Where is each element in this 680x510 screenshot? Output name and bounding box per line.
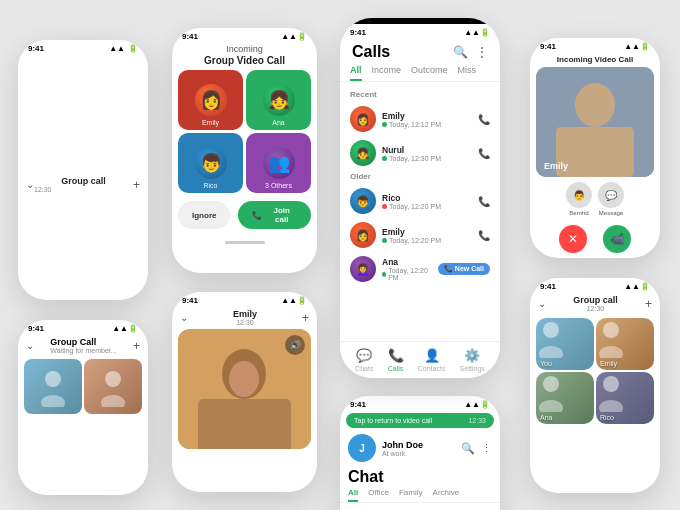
nav-calls[interactable]: 📞 Calls	[388, 348, 404, 372]
svg-point-25	[603, 376, 619, 392]
caller-grid: 👩 Emily 👧 Ana 👦 Rico 👥 3 Others	[172, 70, 317, 193]
tap-to-return-banner[interactable]: Tap to return to video call 12:33	[346, 413, 494, 428]
chat-tab-archive[interactable]: Archive	[433, 488, 460, 502]
chat-tabs: All Office Family Archive	[340, 488, 500, 503]
search-chat-icon[interactable]: 🔍	[461, 442, 475, 455]
incoming-video-label: Incoming Video Call	[530, 53, 660, 67]
chevron-down-icon-7[interactable]: ⌄	[26, 340, 34, 351]
call-time-ana: Today, 12:20 PM	[382, 267, 432, 281]
phone-icon-1[interactable]: 📞	[478, 114, 490, 125]
time-5: 9:41	[182, 296, 198, 305]
video-grid-2: You Emily Ana Rico	[530, 316, 660, 426]
status-bar-7: 9:41 ▲▲🔋	[18, 320, 148, 335]
chat-tab-all[interactable]: All	[348, 488, 358, 502]
new-call-badge[interactable]: 📞 New Call	[438, 263, 490, 275]
time-2: 9:41	[182, 32, 198, 41]
svg-point-15	[45, 371, 61, 387]
time-1: 9:41	[28, 44, 44, 53]
caller-others: 👥 3 Others	[246, 133, 311, 193]
status-bar-8: 9:41 ▲▲🔋	[530, 278, 660, 293]
svg-point-19	[543, 322, 559, 338]
avatar-ana: 👩‍🦱	[350, 256, 376, 282]
time-8: 9:41	[540, 282, 556, 291]
avatar-nurul: 👧	[350, 140, 376, 166]
phone-icon-3[interactable]: 📞	[478, 196, 490, 207]
time-7: 9:41	[28, 324, 44, 333]
time-4: 9:41	[540, 42, 556, 51]
settings-nav-icon: ⚙️	[464, 348, 480, 363]
chevron-down-icon-8[interactable]: ⌄	[538, 298, 546, 309]
chat-tab-office[interactable]: Office	[368, 488, 389, 502]
svg-point-9	[575, 83, 615, 127]
chat-profile: J John Doe At work 🔍 ⋮	[340, 430, 500, 466]
svg-point-26	[599, 400, 623, 412]
join-call-btn[interactable]: 📞 Join call	[238, 201, 311, 229]
home-indicator	[225, 241, 265, 244]
nav-settings[interactable]: ⚙️ Settings	[460, 348, 485, 372]
tab-all[interactable]: All	[350, 65, 362, 81]
caller-ana: 👧 Ana	[246, 70, 311, 130]
chevron-down-icon[interactable]: ⌄	[26, 179, 34, 190]
avatar-emily-2: 👩	[350, 222, 376, 248]
add-icon[interactable]: +	[133, 178, 140, 192]
phone-group-call-waiting: 9:41 ▲▲🔋 ⌄ Group Call Waiting for member…	[18, 320, 148, 495]
svg-point-16	[41, 395, 65, 407]
video-cell-you-2: You	[536, 318, 594, 370]
search-icon[interactable]: 🔍	[453, 45, 468, 59]
tab-miss[interactable]: Miss	[458, 65, 477, 81]
video-preview: Emily	[536, 67, 654, 177]
chevron-down-icon-5[interactable]: ⌄	[180, 312, 188, 323]
tab-income[interactable]: Income	[372, 65, 402, 81]
calls-title: Calls	[352, 43, 390, 61]
accept-video-call-btn[interactable]: 📹	[603, 225, 631, 253]
emily-call-time: 12:30	[233, 319, 257, 326]
phone-icon-2[interactable]: 📞	[478, 148, 490, 159]
time-3: 9:41	[350, 28, 366, 37]
call-item-ana: 👩‍🦱 Ana Today, 12:20 PM 📞 New Call	[340, 252, 500, 286]
nav-contacts[interactable]: 👤 Contacts	[418, 348, 446, 372]
call-time-nurul: Today, 12:30 PM	[382, 155, 472, 162]
video-call-controls: ✕ 📹	[530, 221, 660, 257]
svg-point-21	[603, 322, 619, 338]
caller-rico: 👦 Rico	[178, 133, 243, 193]
tab-outcome[interactable]: Outcome	[411, 65, 448, 81]
video-cell-emily-2: Emily	[596, 318, 654, 370]
phone-icon-4[interactable]: 📞	[478, 230, 490, 241]
add-icon-8[interactable]: +	[645, 297, 652, 311]
group-call-2-time: 12:30	[573, 305, 618, 312]
end-video-call-btn[interactable]: ✕	[559, 225, 587, 253]
caller-name-rico: Rico	[382, 193, 472, 203]
add-icon-7[interactable]: +	[133, 339, 140, 353]
phone-incoming-video: 9:41 ▲▲🔋 Incoming Video Call Emily 👨 Ber…	[530, 38, 660, 258]
chat-contact-name: John Doe	[382, 440, 423, 450]
group-video-call-label: Group Video Call	[172, 55, 317, 70]
call-action-buttons: Ignore 📞 Join call	[172, 193, 317, 237]
add-icon-5[interactable]: +	[302, 311, 309, 325]
time-6: 9:41	[350, 400, 366, 409]
chat-tab-family[interactable]: Family	[399, 488, 423, 502]
group-call-waiting-subtitle: Waiting for member...	[50, 347, 116, 354]
more-options-icon[interactable]: ⋮	[476, 45, 488, 59]
calls-tabs: All Income Outcome Miss	[340, 65, 500, 82]
video-cell-rico-2: Rico	[596, 372, 654, 424]
chat-nav-icon: 💬	[356, 348, 372, 363]
more-chat-icon[interactable]: ⋮	[481, 442, 492, 455]
ignore-btn[interactable]: Ignore	[178, 201, 230, 229]
group-call-2-title: Group call	[573, 295, 618, 305]
svg-point-17	[105, 371, 121, 387]
caller-emily: 👩 Emily	[178, 70, 243, 130]
calls-nav-icon: 📞	[388, 348, 404, 363]
svg-point-20	[539, 346, 563, 358]
phone-calls-list: 9:41 ▲▲🔋 Calls 🔍 ⋮ All Income Outcome Mi…	[340, 18, 500, 378]
nav-chats[interactable]: 💬 Chats	[355, 348, 373, 372]
sound-toggle-btn[interactable]: 🔊	[285, 335, 305, 355]
section-older: Older	[340, 170, 500, 184]
call-time-emily-1: Today, 12:12 PM	[382, 121, 472, 128]
call-item-nurul: 👧 Nurul Today, 12:30 PM 📞	[340, 136, 500, 170]
incoming-label: Incoming	[172, 43, 317, 55]
contacts-nav-icon: 👤	[424, 348, 440, 363]
emily-video-bg: 🔊	[178, 329, 311, 449]
status-bar-5: 9:41 ▲▲🔋	[172, 292, 317, 307]
chat-contact-status: At work	[382, 450, 423, 457]
avatar-emily-1: 👩	[350, 106, 376, 132]
